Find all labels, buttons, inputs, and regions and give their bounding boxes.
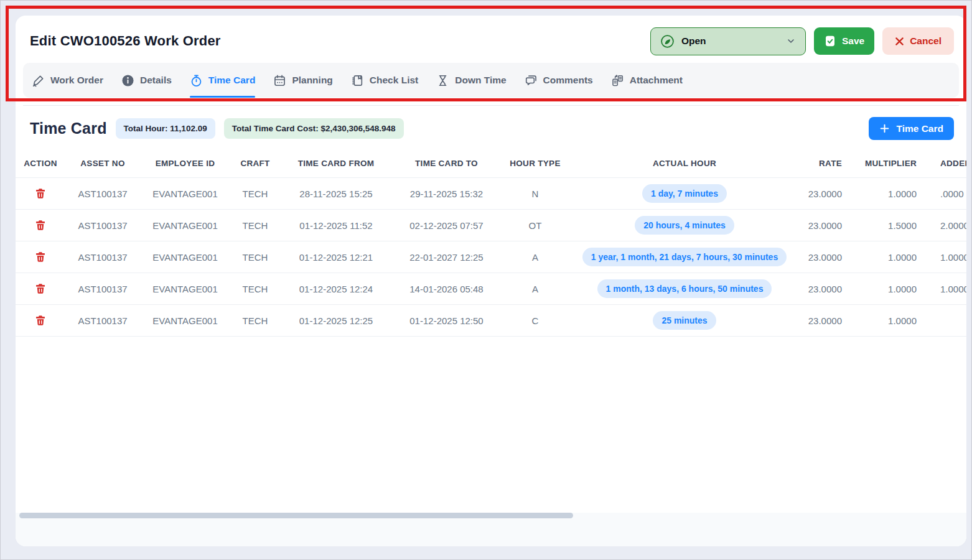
tab-label: Work Order xyxy=(50,75,103,86)
trash-icon xyxy=(35,314,46,326)
status-dropdown[interactable]: Open xyxy=(650,27,806,55)
time-card-table: ACTION ASSET NO EMPLOYEE ID CRAFT TIME C… xyxy=(16,149,966,337)
hour-type-cell: A xyxy=(501,241,569,273)
hour-type-cell: A xyxy=(501,273,569,305)
time-card-from-cell: 01-12-2025 12:25 xyxy=(280,305,392,337)
adder-cell: 1.0000 xyxy=(924,273,966,305)
rate-cell: 23.0000 xyxy=(800,241,849,273)
tab-details[interactable]: Details xyxy=(121,63,172,98)
add-time-card-label: Time Card xyxy=(896,123,943,134)
section-title: Time Card xyxy=(30,119,107,138)
total-hour-badge: Total Hour: 11,102.09 xyxy=(116,118,215,139)
table-row: AST100137 EVANTAGE001 TECH 28-11-2025 15… xyxy=(16,178,966,210)
actual-hour-pill: 20 hours, 4 minutes xyxy=(635,216,734,235)
adder-cell: .0000 xyxy=(924,178,966,210)
actual-hour-pill: 25 minutes xyxy=(653,311,716,330)
delete-row-button[interactable] xyxy=(34,186,47,200)
employee-id-cell: EVANTAGE001 xyxy=(140,241,230,273)
save-button[interactable]: Save xyxy=(814,27,874,55)
delete-row-button[interactable] xyxy=(34,218,47,232)
tab-attachment[interactable]: Attachment xyxy=(611,63,683,98)
tab-time-card[interactable]: Time Card xyxy=(190,63,256,98)
work-order-card: Edit CWO100526 Work Order Open xyxy=(16,16,966,546)
timecard-table-body: AST100137 EVANTAGE001 TECH 28-11-2025 15… xyxy=(16,178,966,337)
comments-icon xyxy=(525,74,538,87)
tab-check-list[interactable]: Check List xyxy=(351,63,418,98)
app-window: Edit CWO100526 Work Order Open xyxy=(0,0,972,560)
actual-hour-cell: 1 month, 13 days, 6 hours, 50 minutes xyxy=(569,273,800,305)
add-time-card-button[interactable]: Time Card xyxy=(869,117,954,140)
actual-hour-pill: 1 year, 1 month, 21 days, 7 hours, 30 mi… xyxy=(582,248,787,266)
tab-down-time[interactable]: Down Time xyxy=(436,63,506,98)
horizontal-scrollbar-thumb[interactable] xyxy=(19,513,573,518)
calendar-icon xyxy=(273,74,286,87)
tab-label: Planning xyxy=(292,75,332,86)
delete-row-button[interactable] xyxy=(34,313,47,327)
horizontal-scrollbar[interactable] xyxy=(16,513,966,519)
col-header-time-card-to: TIME CARD TO xyxy=(392,149,501,178)
table-row: AST100137 EVANTAGE001 TECH 01-12-2025 12… xyxy=(16,273,966,305)
trash-icon xyxy=(35,219,46,231)
table-header-row: ACTION ASSET NO EMPLOYEE ID CRAFT TIME C… xyxy=(16,149,966,178)
info-icon xyxy=(121,74,134,87)
actual-hour-pill: 1 day, 7 minutes xyxy=(642,184,727,203)
employee-id-cell: EVANTAGE001 xyxy=(140,273,230,305)
col-header-hour-type: HOUR TYPE xyxy=(501,149,569,178)
asset-no-cell: AST100137 xyxy=(65,241,140,273)
col-header-craft: CRAFT xyxy=(230,149,280,178)
col-header-action: ACTION xyxy=(16,149,65,178)
hourglass-icon xyxy=(436,74,449,87)
work-order-header: Edit CWO100526 Work Order Open xyxy=(16,16,966,106)
actual-hour-cell: 1 day, 7 minutes xyxy=(569,178,800,210)
tabs-bar: Work Order Details Time Card xyxy=(23,63,959,98)
trash-icon xyxy=(35,251,46,263)
time-card-to-cell: 02-12-2025 07:57 xyxy=(392,210,501,241)
employee-id-cell: EVANTAGE001 xyxy=(140,305,230,337)
tab-label: Attachment xyxy=(630,75,683,86)
asset-no-cell: AST100137 xyxy=(65,178,140,210)
time-card-from-cell: 01-12-2025 12:24 xyxy=(280,273,392,305)
delete-row-button[interactable] xyxy=(34,250,47,264)
asset-no-cell: AST100137 xyxy=(65,305,140,337)
multiplier-cell: 1.0000 xyxy=(849,241,924,273)
hour-type-cell: OT xyxy=(501,210,569,241)
time-card-panel: Time Card Total Hour: 11,102.09 Total Ti… xyxy=(16,106,966,513)
col-header-actual-hour: ACTUAL HOUR xyxy=(569,149,800,178)
check-square-icon xyxy=(824,35,836,47)
tab-label: Time Card xyxy=(208,75,256,86)
cancel-button[interactable]: Cancel xyxy=(882,27,954,55)
tab-planning[interactable]: Planning xyxy=(273,63,332,98)
time-card-to-cell: 29-11-2025 15:32 xyxy=(392,178,501,210)
rate-cell: 23.0000 xyxy=(800,305,849,337)
tab-label: Down Time xyxy=(455,75,506,86)
tab-label: Details xyxy=(140,75,172,86)
col-header-time-card-from: TIME CARD FROM xyxy=(280,149,392,178)
adder-cell xyxy=(924,305,966,337)
multiplier-cell: 1.5000 xyxy=(849,210,924,241)
plus-icon xyxy=(879,123,890,134)
page-title: Edit CWO100526 Work Order xyxy=(23,33,221,49)
tab-label: Check List xyxy=(370,75,418,86)
craft-cell: TECH xyxy=(230,241,280,273)
pen-icon xyxy=(32,74,45,87)
rate-cell: 23.0000 xyxy=(800,273,849,305)
time-card-from-cell: 01-12-2025 12:21 xyxy=(280,241,392,273)
table-row: AST100137 EVANTAGE001 TECH 01-12-2025 12… xyxy=(16,305,966,337)
craft-cell: TECH xyxy=(230,305,280,337)
hour-type-cell: N xyxy=(501,178,569,210)
col-header-multiplier: MULTIPLIER xyxy=(849,149,924,178)
multiplier-cell: 1.0000 xyxy=(849,273,924,305)
craft-cell: TECH xyxy=(230,273,280,305)
rate-cell: 23.0000 xyxy=(800,210,849,241)
chevron-down-icon xyxy=(786,36,796,46)
actual-hour-cell: 25 minutes xyxy=(569,305,800,337)
card-footer xyxy=(16,513,966,546)
leaf-icon xyxy=(660,34,675,49)
asset-no-cell: AST100137 xyxy=(65,273,140,305)
tab-work-order[interactable]: Work Order xyxy=(32,63,103,98)
delete-row-button[interactable] xyxy=(34,281,47,296)
employee-id-cell: EVANTAGE001 xyxy=(140,210,230,241)
col-header-adder: ADDER xyxy=(924,149,966,178)
tab-comments[interactable]: Comments xyxy=(525,63,593,98)
time-card-to-cell: 14-01-2026 05:48 xyxy=(392,273,501,305)
